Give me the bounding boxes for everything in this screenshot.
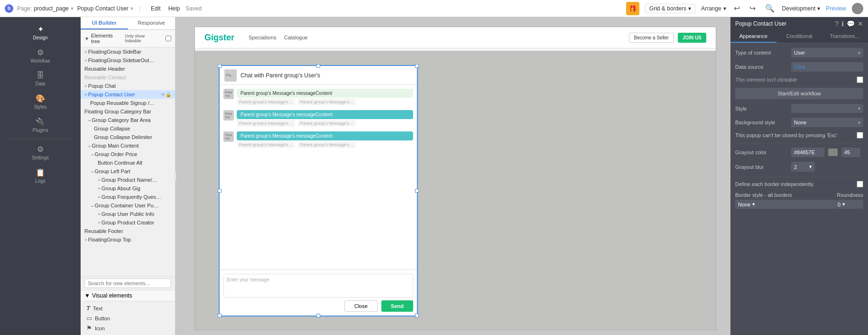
popup-selector[interactable]: Popup Contact User ▾ bbox=[77, 5, 133, 12]
ep-item-group-container-user-pu[interactable]: – Group Container User Pu… bbox=[81, 201, 175, 210]
edit-menu[interactable]: Edit bbox=[151, 5, 161, 12]
start-edit-workflow-button[interactable]: Start/Edit workflow bbox=[735, 88, 863, 99]
only-show-hideable-checkbox[interactable] bbox=[166, 36, 171, 41]
chat-popup-tab: Pa… bbox=[224, 69, 237, 82]
page-chevron-icon: ▾ bbox=[71, 5, 74, 12]
grayout-blur-select[interactable]: 2 ▾ bbox=[791, 162, 815, 172]
nav-workflow[interactable]: ⚙ Workflow bbox=[0, 44, 81, 67]
search-button[interactable]: 🔍 bbox=[763, 3, 776, 14]
user-avatar[interactable] bbox=[852, 3, 863, 14]
button-label: Button bbox=[95, 316, 110, 321]
nav-divider bbox=[8, 139, 73, 139]
ep-tree-title: Elements tree bbox=[91, 33, 123, 44]
data-source-value[interactable]: Click bbox=[791, 62, 863, 72]
cannot-close-checkbox[interactable] bbox=[857, 132, 863, 139]
ep-item-floating-group-category-bar[interactable]: Floating Group Category Bar bbox=[81, 107, 175, 116]
topbar: b Page: product_page ▾ Popup Contact Use… bbox=[0, 0, 868, 17]
arrange-button[interactable]: Arrange ▾ bbox=[701, 5, 726, 12]
ep-item-group-category-bar-area[interactable]: – Group Category Bar Area bbox=[81, 116, 175, 124]
tab-transitions[interactable]: Transitions… bbox=[822, 30, 868, 43]
ep-item-group-about-gig[interactable]: + Group About Gig bbox=[81, 184, 175, 193]
grid-borders-button[interactable]: Grid & borders ▾ bbox=[645, 4, 695, 13]
topbar-menus: Edit Help bbox=[151, 5, 180, 12]
redo-button[interactable]: ↪ bbox=[748, 3, 757, 14]
ep-item-group-order-price[interactable]: – Group Order Price bbox=[81, 150, 175, 158]
chat-popup-window: Pa… Chat with Parent group's User's Pare… bbox=[219, 65, 418, 316]
ep-item-popup-contact-user[interactable]: + Popup Contact User 👁 🔒 bbox=[81, 90, 175, 99]
nav-logs[interactable]: 📋 Logs bbox=[0, 164, 81, 187]
webpage-header: Gigster Specialisms Catalogue Become a S… bbox=[195, 27, 716, 48]
ep-item-group-frequently-ques[interactable]: + Group Frequently Ques… bbox=[81, 193, 175, 201]
chat-close-button[interactable]: Close bbox=[344, 300, 378, 312]
nav-plugins[interactable]: 🔌 Plugins bbox=[0, 113, 81, 137]
ep-item-group-user-public-info[interactable]: + Group User Public Info bbox=[81, 210, 175, 218]
ep-item-popup-chat[interactable]: + Popup Chat bbox=[81, 82, 175, 90]
ep-item-group-product-name[interactable]: + Group Product Name/… bbox=[81, 176, 175, 184]
gift-icon[interactable]: 🎁 bbox=[626, 2, 639, 15]
help-menu[interactable]: Help bbox=[168, 5, 180, 12]
search-elements-input[interactable] bbox=[84, 279, 171, 288]
right-panel: Popup Contact User ? ℹ 💬 ✕ Appearance Co… bbox=[730, 17, 868, 335]
close-panel-icon[interactable]: ✕ bbox=[858, 20, 863, 28]
help-icon[interactable]: ? bbox=[835, 20, 839, 28]
border-style-select[interactable]: None ▾ bbox=[735, 200, 835, 209]
ep-item-reusable-footer[interactable]: Reusable Footer bbox=[81, 227, 175, 235]
ep-item-popup-reusable-signup[interactable]: Popup Reusable Signup /… bbox=[81, 99, 175, 107]
ep-item-floating-group-top[interactable]: + FloatingGroup Top bbox=[81, 235, 175, 244]
nav-settings[interactable]: ⚙ Settings bbox=[0, 141, 81, 164]
not-clickable-checkbox[interactable] bbox=[857, 76, 863, 83]
ep-visual-icon[interactable]: ⚑ Icon bbox=[84, 323, 171, 333]
ep-item-floating-group-sidebar[interactable]: + FloatingGroup SideBar bbox=[81, 47, 175, 56]
ep-visual-text[interactable]: T Text bbox=[84, 303, 171, 313]
become-seller-button[interactable]: Become a Seller bbox=[629, 33, 674, 43]
settings-icon: ⚙ bbox=[37, 145, 44, 154]
define-borders-checkbox[interactable] bbox=[857, 181, 863, 187]
tab-responsive[interactable]: Responsive bbox=[128, 17, 175, 29]
grid-borders-label: Grid & borders bbox=[649, 5, 686, 12]
grayout-opacity-input[interactable] bbox=[841, 148, 860, 157]
design-icon: ✦ bbox=[37, 25, 44, 34]
arrange-label: Arrange bbox=[701, 5, 721, 12]
ep-item-group-left-part[interactable]: – Group Left Part bbox=[81, 167, 175, 176]
msg-meta-2a: Parent group's Message's… bbox=[237, 120, 295, 127]
type-of-content-select[interactable]: User ▾ bbox=[791, 48, 863, 57]
tab-conditional[interactable]: Conditional bbox=[776, 30, 822, 43]
nav-styles[interactable]: 🎨 Styles bbox=[0, 90, 81, 113]
info-icon[interactable]: ℹ bbox=[841, 20, 844, 28]
undo-button[interactable]: ↩ bbox=[732, 3, 742, 14]
ep-visual-button[interactable]: ▭ Button bbox=[84, 313, 171, 323]
ep-item-group-main-content[interactable]: – Group Main Content bbox=[81, 141, 175, 150]
panel-collapse-arrow[interactable]: ‹ bbox=[175, 171, 176, 181]
nav-design[interactable]: ✦ Design bbox=[0, 21, 81, 44]
page-selector[interactable]: Page: product_page ▾ bbox=[17, 5, 74, 12]
ep-item-floating-group-sidebarout[interactable]: + FloatingGroup SidebarOut… bbox=[81, 56, 175, 65]
ep-item-reusable-contact[interactable]: Reusable Contact bbox=[81, 73, 175, 82]
msg-meta-1b: Parent group's Message's… bbox=[298, 99, 356, 105]
tab-ui-builder[interactable]: UI Builder bbox=[81, 17, 128, 29]
type-content-chevron-icon: ▾ bbox=[858, 50, 860, 56]
ep-item-group-product-creator[interactable]: + Group Product Creator bbox=[81, 218, 175, 227]
tab-appearance[interactable]: Appearance bbox=[730, 30, 776, 43]
preview-button[interactable]: Preview bbox=[826, 5, 846, 12]
msg-bubble-1: Parent group's Message's messageContent bbox=[237, 89, 413, 98]
style-chevron-icon: ▾ bbox=[858, 106, 860, 111]
grayout-color-input[interactable] bbox=[791, 148, 824, 157]
ep-item-button-continue-alt[interactable]: Button Continue Alt bbox=[81, 158, 175, 167]
join-button[interactable]: JOIN US bbox=[678, 33, 706, 43]
ep-item-group-collapse[interactable]: Group Collapse bbox=[81, 124, 175, 133]
development-selector[interactable]: Development ▾ bbox=[782, 5, 821, 12]
ep-item-reusable-header[interactable]: Reusable Header bbox=[81, 65, 175, 73]
ep-only-show-label: Only show hideable bbox=[125, 34, 162, 43]
chat-input-field[interactable]: Enter your message bbox=[223, 274, 413, 298]
roundness-select[interactable]: 0 ▾ bbox=[835, 200, 863, 209]
grayout-color-swatch[interactable] bbox=[828, 149, 838, 156]
comment-icon[interactable]: 💬 bbox=[847, 20, 855, 28]
data-source-row: Data source Click bbox=[735, 62, 863, 72]
nav-data[interactable]: 🗄 Data bbox=[0, 67, 81, 90]
style-select[interactable]: ▾ bbox=[791, 104, 863, 113]
ep-item-group-collapse-delimiter[interactable]: Group Collapse Delimiter bbox=[81, 133, 175, 141]
msg-bubble-2: Parent group's Message's messageContent: bbox=[237, 110, 413, 119]
background-style-select[interactable]: None ▾ bbox=[791, 118, 863, 127]
nav-catalogue: Catalogue bbox=[284, 35, 308, 40]
chat-send-button[interactable]: Send bbox=[381, 300, 413, 312]
